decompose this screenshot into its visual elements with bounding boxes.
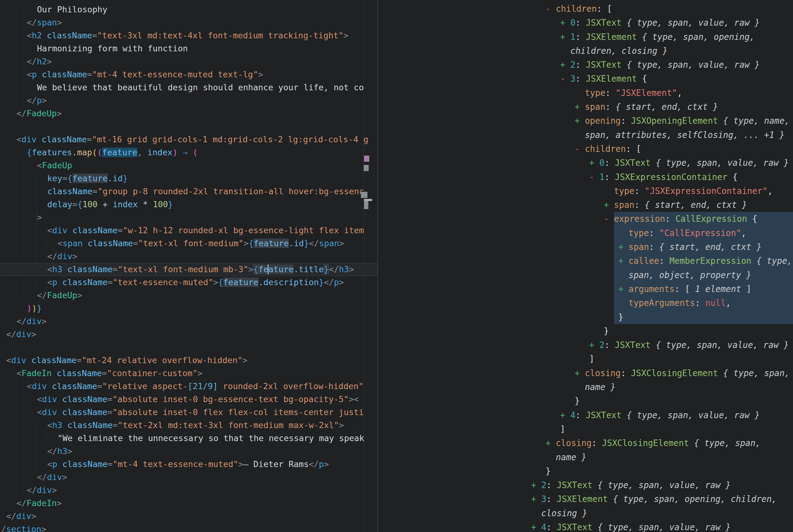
code-line[interactable]: <span className="text-xl font-medium">{f…: [0, 237, 378, 250]
collapse-toggle-icon[interactable]: -: [560, 72, 570, 86]
ast-node-line[interactable]: -children: [: [378, 2, 793, 16]
ast-node-line[interactable]: }: [378, 464, 793, 478]
code-line-current[interactable]: <h3 className="text-xl font-medium mb-3"…: [0, 263, 378, 276]
ast-node-line[interactable]: name }: [378, 450, 793, 464]
ast-node-line[interactable]: -1: JSXExpressionContainer {: [378, 170, 793, 184]
ast-node-line[interactable]: -expression: CallExpression {: [378, 212, 793, 226]
code-line[interactable]: </div>: [0, 250, 378, 263]
ast-node-line[interactable]: +opening: JSXOpeningElement { type, name…: [378, 114, 793, 128]
code-line[interactable]: <FadeUp: [0, 159, 378, 172]
ast-node-line[interactable]: +span: { start, end, ctxt }: [378, 198, 793, 212]
code-line[interactable]: </div>: [0, 328, 378, 341]
expand-toggle-icon[interactable]: +: [618, 254, 628, 268]
code-line[interactable]: <h2 className="text-3xl md:text-4xl font…: [0, 29, 378, 42]
code-line[interactable]: <div className="mt-16 grid grid-cols-1 m…: [0, 133, 378, 146]
ast-node-line[interactable]: +4: JSXText { type, span, value, raw }: [378, 520, 793, 532]
code-line[interactable]: {features.map((feature, index) ⇒ (: [0, 146, 378, 159]
code-line[interactable]: </h3>: [0, 445, 378, 458]
source-editor-pane[interactable]: Our Philosophy</span><h2 className="text…: [0, 0, 378, 532]
code-line[interactable]: </FadeUp>: [0, 289, 378, 302]
expand-toggle-icon[interactable]: +: [618, 240, 628, 254]
code-line[interactable]: </h2>: [0, 55, 378, 68]
expand-toggle-icon[interactable]: +: [531, 478, 541, 492]
ast-node-line[interactable]: name }: [378, 380, 793, 394]
ast-node-line[interactable]: +closing: JSXClosingElement { type, span…: [378, 366, 793, 380]
ast-node-line[interactable]: typeArguments: null,: [378, 296, 793, 310]
expand-toggle-icon[interactable]: +: [531, 492, 541, 506]
expand-toggle-icon[interactable]: +: [531, 520, 541, 532]
collapse-toggle-icon[interactable]: -: [546, 2, 556, 16]
code-line[interactable]: key={feature.id}: [0, 172, 378, 185]
expand-toggle-icon[interactable]: +: [575, 114, 585, 128]
ast-node-line[interactable]: -3: JSXElement {: [378, 72, 793, 86]
expand-toggle-icon[interactable]: +: [546, 436, 556, 450]
ast-node-line[interactable]: type: "JSXElement",: [378, 86, 793, 100]
code-line[interactable]: </div>: [0, 484, 378, 497]
code-line[interactable]: </FadeIn>: [0, 497, 378, 510]
code-line[interactable]: </div>: [0, 510, 378, 523]
ast-node-line[interactable]: +4: JSXText { type, span, value, raw }: [378, 408, 793, 422]
ast-node-line[interactable]: ]: [378, 422, 793, 436]
ast-node-line[interactable]: -children: [: [378, 142, 793, 156]
ast-node-line[interactable]: +span: { start, end, ctxt }: [378, 100, 793, 114]
code-line[interactable]: <FadeIn className="container-custom">: [0, 367, 378, 380]
collapse-toggle-icon[interactable]: -: [589, 170, 599, 184]
code-line[interactable]: <p className="text-essence-muted">{featu…: [0, 276, 378, 289]
ast-node-line[interactable]: }: [378, 324, 793, 338]
ast-node-line[interactable]: +2: JSXText { type, span, value, raw }: [378, 478, 793, 492]
expand-toggle-icon[interactable]: +: [575, 100, 585, 114]
expand-toggle-icon[interactable]: +: [604, 198, 614, 212]
ast-node-line[interactable]: span, object, property }: [378, 268, 793, 282]
code-line[interactable]: <h3 className="text-2xl md:text-3xl font…: [0, 419, 378, 432]
expand-toggle-icon[interactable]: +: [560, 408, 570, 422]
ast-node-line[interactable]: +0: JSXText { type, span, value, raw }: [378, 156, 793, 170]
expand-toggle-icon[interactable]: +: [560, 30, 570, 44]
code-line[interactable]: /section>: [0, 523, 378, 532]
ast-node-line[interactable]: +0: JSXText { type, span, value, raw }: [378, 16, 793, 30]
code-line[interactable]: ))}: [0, 302, 378, 315]
code-line[interactable]: <div className="relative aspect-[21/9] r…: [0, 380, 378, 393]
panel-divider[interactable]: [377, 0, 378, 532]
ast-node-line[interactable]: +callee: MemberExpression { type,: [378, 254, 793, 268]
code-line[interactable]: <div className="w-12 h-12 rounded-xl bg-…: [0, 224, 378, 237]
ast-node-line[interactable]: }: [378, 394, 793, 408]
code-line[interactable]: [0, 120, 378, 133]
code-line[interactable]: </span>: [0, 16, 378, 29]
code-line[interactable]: delay={100 + index * 100}: [0, 198, 378, 211]
expand-toggle-icon[interactable]: +: [589, 156, 599, 170]
expand-toggle-icon[interactable]: +: [589, 338, 599, 352]
code-line[interactable]: >: [0, 211, 378, 224]
ast-node-line[interactable]: span, attributes, selfClosing, ... +1 }: [378, 128, 793, 142]
code-line[interactable]: </FadeUp>: [0, 107, 378, 120]
ast-node-line[interactable]: +2: JSXText { type, span, value, raw }: [378, 58, 793, 72]
ast-node-line[interactable]: +span: { start, end, ctxt }: [378, 240, 793, 254]
collapse-toggle-icon[interactable]: -: [604, 212, 614, 226]
code-line[interactable]: className="group p-8 rounded-2xl transit…: [0, 185, 378, 198]
ast-node-line[interactable]: }: [378, 310, 793, 324]
ast-tree-pane[interactable]: -children: [+0: JSXText { type, span, va…: [378, 0, 793, 532]
code-line[interactable]: Our Philosophy: [0, 3, 378, 16]
expand-toggle-icon[interactable]: +: [560, 58, 570, 72]
ast-node-line[interactable]: +closing: JSXClosingElement { type, span…: [378, 436, 793, 450]
ast-node-line[interactable]: ]: [378, 352, 793, 366]
ast-node-line[interactable]: type: "CallExpression",: [378, 226, 793, 240]
ast-node-line[interactable]: +2: JSXText { type, span, value, raw }: [378, 338, 793, 352]
code-line[interactable]: <p className="mt-4 text-essence-muted te…: [0, 68, 378, 81]
expand-toggle-icon[interactable]: +: [618, 282, 628, 296]
expand-toggle-icon[interactable]: +: [560, 16, 570, 30]
code-line[interactable]: </div>: [0, 315, 378, 328]
code-line[interactable]: </p>: [0, 94, 378, 107]
ast-node-line[interactable]: closing }: [378, 506, 793, 520]
ast-node-line[interactable]: +1: JSXElement { type, span, opening,: [378, 30, 793, 44]
code-line[interactable]: <div className="absolute inset-0 bg-esse…: [0, 393, 378, 406]
collapse-toggle-icon[interactable]: -: [575, 142, 585, 156]
code-line[interactable]: [0, 341, 378, 354]
ast-node-line[interactable]: type: "JSXExpressionContainer",: [378, 184, 793, 198]
ast-node-line[interactable]: +3: JSXElement { type, span, opening, ch…: [378, 492, 793, 506]
ast-node-line[interactable]: children, closing }: [378, 44, 793, 58]
code-line[interactable]: Harmonizing form with function: [0, 42, 378, 55]
expand-toggle-icon[interactable]: +: [575, 366, 585, 380]
code-line[interactable]: "We eliminate the unnecessary so that th…: [0, 432, 378, 445]
code-line[interactable]: <p className="mt-4 text-essence-muted">—…: [0, 458, 378, 471]
code-line[interactable]: We believe that beautiful design should …: [0, 81, 378, 94]
